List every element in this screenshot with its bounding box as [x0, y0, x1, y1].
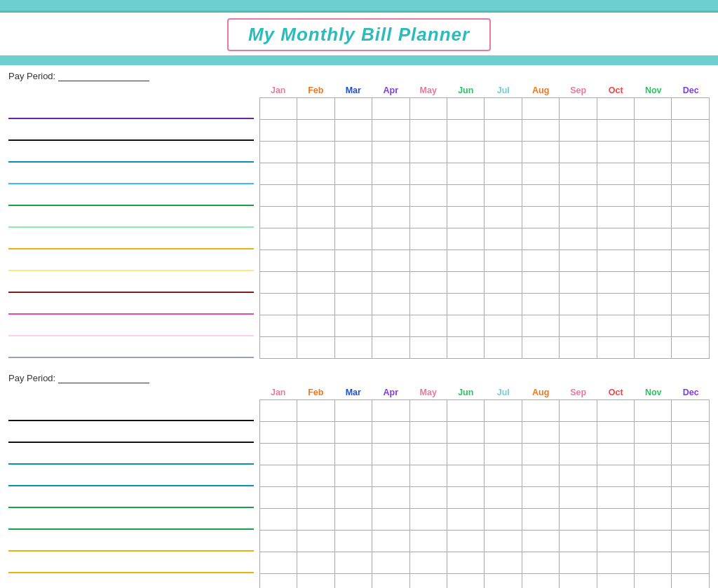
grid-cell[interactable] — [635, 337, 672, 359]
grid-cell[interactable] — [260, 465, 297, 487]
grid-cell[interactable] — [260, 422, 297, 444]
grid-cell[interactable] — [447, 272, 485, 294]
grid-cell[interactable] — [334, 163, 372, 185]
grid-cell[interactable] — [597, 315, 634, 337]
grid-cell[interactable] — [560, 228, 597, 250]
grid-cell[interactable] — [635, 574, 672, 589]
grid-cell[interactable] — [297, 98, 334, 120]
grid-cell[interactable] — [597, 272, 634, 294]
grid-cell[interactable] — [635, 272, 672, 294]
grid-cell[interactable] — [297, 294, 334, 315]
grid-cell[interactable] — [260, 98, 297, 120]
grid-cell[interactable] — [672, 294, 710, 315]
grid-cell[interactable] — [372, 250, 409, 272]
grid-cell[interactable] — [447, 574, 485, 589]
grid-cell[interactable] — [447, 552, 485, 574]
grid-cell[interactable] — [334, 294, 372, 315]
grid-cell[interactable] — [334, 185, 372, 207]
grid-cell[interactable] — [560, 400, 597, 422]
grid-cell[interactable] — [447, 315, 485, 337]
grid-cell[interactable] — [409, 337, 447, 359]
grid-cell[interactable] — [522, 531, 559, 552]
grid-cell[interactable] — [260, 294, 297, 315]
grid-cell[interactable] — [672, 207, 710, 228]
grid-cell[interactable] — [635, 142, 672, 163]
grid-cell[interactable] — [260, 207, 297, 228]
grid-cell[interactable] — [560, 272, 597, 294]
grid-cell[interactable] — [297, 487, 334, 509]
grid-cell[interactable] — [409, 207, 447, 228]
grid-cell[interactable] — [297, 531, 334, 552]
grid-cell[interactable] — [672, 185, 710, 207]
grid-cell[interactable] — [334, 207, 372, 228]
grid-cell[interactable] — [597, 228, 634, 250]
grid-cell[interactable] — [260, 337, 297, 359]
grid-cell[interactable] — [409, 142, 447, 163]
grid-cell[interactable] — [409, 228, 447, 250]
grid-cell[interactable] — [485, 422, 522, 444]
grid-cell[interactable] — [447, 422, 485, 444]
grid-cell[interactable] — [447, 294, 485, 315]
grid-cell[interactable] — [297, 337, 334, 359]
grid-cell[interactable] — [560, 552, 597, 574]
grid-cell[interactable] — [635, 422, 672, 444]
grid-cell[interactable] — [372, 315, 409, 337]
grid-cell[interactable] — [334, 142, 372, 163]
grid-cell[interactable] — [334, 250, 372, 272]
grid-cell[interactable] — [597, 465, 634, 487]
grid-cell[interactable] — [409, 120, 447, 142]
grid-cell[interactable] — [485, 509, 522, 531]
grid-cell[interactable] — [672, 337, 710, 359]
grid-cell[interactable] — [672, 272, 710, 294]
grid-cell[interactable] — [334, 465, 372, 487]
grid-cell[interactable] — [560, 337, 597, 359]
grid-cell[interactable] — [560, 185, 597, 207]
grid-cell[interactable] — [409, 574, 447, 589]
grid-cell[interactable] — [522, 142, 559, 163]
grid-cell[interactable] — [409, 272, 447, 294]
grid-cell[interactable] — [409, 315, 447, 337]
grid-cell[interactable] — [372, 294, 409, 315]
grid-cell[interactable] — [447, 163, 485, 185]
grid-cell[interactable] — [635, 552, 672, 574]
grid-cell[interactable] — [635, 444, 672, 465]
grid-cell[interactable] — [522, 552, 559, 574]
grid-cell[interactable] — [447, 531, 485, 552]
grid-cell[interactable] — [560, 465, 597, 487]
grid-cell[interactable] — [447, 98, 485, 120]
grid-cell[interactable] — [522, 185, 559, 207]
grid-cell[interactable] — [260, 487, 297, 509]
grid-cell[interactable] — [635, 98, 672, 120]
grid-cell[interactable] — [597, 337, 634, 359]
grid-cell[interactable] — [522, 337, 559, 359]
grid-cell[interactable] — [560, 315, 597, 337]
grid-cell[interactable] — [260, 142, 297, 163]
grid-cell[interactable] — [485, 250, 522, 272]
grid-cell[interactable] — [334, 400, 372, 422]
grid-cell[interactable] — [297, 228, 334, 250]
grid-cell[interactable] — [372, 422, 409, 444]
grid-cell[interactable] — [485, 142, 522, 163]
grid-cell[interactable] — [409, 422, 447, 444]
grid-cell[interactable] — [560, 207, 597, 228]
grid-cell[interactable] — [597, 552, 634, 574]
grid-cell[interactable] — [297, 142, 334, 163]
grid-cell[interactable] — [485, 98, 522, 120]
grid-cell[interactable] — [334, 444, 372, 465]
grid-cell[interactable] — [560, 444, 597, 465]
grid-cell[interactable] — [372, 509, 409, 531]
grid-cell[interactable] — [260, 315, 297, 337]
grid-cell[interactable] — [260, 509, 297, 531]
grid-cell[interactable] — [672, 250, 710, 272]
grid-cell[interactable] — [485, 163, 522, 185]
grid-cell[interactable] — [372, 163, 409, 185]
grid-cell[interactable] — [260, 120, 297, 142]
grid-cell[interactable] — [672, 487, 710, 509]
grid-cell[interactable] — [297, 444, 334, 465]
grid-cell[interactable] — [260, 228, 297, 250]
grid-cell[interactable] — [485, 574, 522, 589]
grid-cell[interactable] — [597, 185, 634, 207]
grid-cell[interactable] — [447, 120, 485, 142]
grid-cell[interactable] — [334, 272, 372, 294]
grid-cell[interactable] — [635, 315, 672, 337]
